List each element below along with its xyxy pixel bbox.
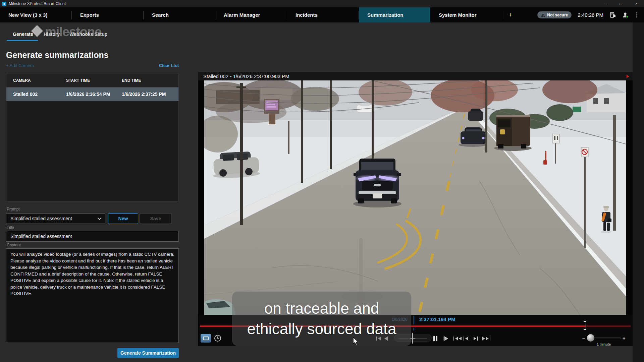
right-edge-strip — [633, 22, 644, 362]
user-profile-icon[interactable] — [622, 12, 629, 18]
selection-end-bracket-icon[interactable] — [584, 321, 586, 330]
tab-exports[interactable]: Exports — [72, 7, 143, 22]
previous-frame-button[interactable] — [464, 335, 468, 343]
warning-icon: ! — [541, 13, 545, 17]
table-row[interactable]: Stalled 002 1/6/2026 2:36:54 PM 1/6/2026… — [6, 87, 178, 101]
minimize-button[interactable]: – — [598, 0, 613, 7]
add-tab-button[interactable]: + — [502, 7, 519, 22]
window-title: Milestone XProtect Smart Client — [9, 1, 66, 6]
tab-alarm-manager[interactable]: Alarm Manager — [215, 7, 287, 22]
tab-search[interactable]: Search — [144, 7, 215, 22]
next-frame-button[interactable] — [474, 335, 478, 343]
subtab-generate[interactable]: Generate — [13, 32, 33, 37]
content-label: Content — [7, 243, 21, 247]
more-options-icon[interactable] — [635, 12, 639, 17]
timeline-playhead[interactable] — [414, 316, 414, 330]
active-subtab-underline — [7, 40, 38, 41]
stalled-suv — [353, 159, 401, 207]
time-select-icon[interactable] — [214, 335, 221, 342]
frame-icon — [203, 337, 209, 340]
video-title: Stalled 002 - 1/6/2026 2:37:00.903 PM — [203, 73, 289, 79]
window-titlebar: ◆ Milestone XProtect Smart Client – □ × — [0, 0, 644, 7]
milestone-app-icon: ◆ — [2, 2, 6, 6]
system-clock: 2:40:26 PM — [578, 12, 603, 18]
ups-truck — [494, 115, 532, 151]
tab-system-monitor[interactable]: System Monitor — [430, 7, 502, 22]
caption-line-1: on traceable and — [264, 298, 379, 319]
cell-camera: Stalled 002 — [6, 92, 59, 97]
navbar-right-group: ! Not secure 2:40:26 PM — [537, 7, 644, 22]
playback-mode-button[interactable] — [201, 334, 211, 343]
chevron-down-icon — [98, 216, 101, 220]
main-navbar: New View (3 x 3) Exports Search Alarm Ma… — [0, 7, 644, 22]
title-input[interactable] — [6, 231, 179, 242]
cell-start-time: 1/6/2026 2:36:54 PM — [59, 92, 115, 97]
page-title: Generate summarizations — [6, 50, 109, 60]
video-panel: Stalled 002 - 1/6/2026 2:37:00.903 PM — [198, 72, 633, 346]
video-tile[interactable]: on traceable and ethically sourced data — [198, 80, 633, 315]
tab-summarization[interactable]: Summarization — [359, 7, 430, 22]
recording-segment-dim — [586, 325, 631, 327]
prompt-label: Prompt — [7, 207, 20, 212]
next-sequence-button[interactable] — [482, 335, 490, 343]
play-forward-button[interactable] — [443, 335, 448, 343]
cell-end-time: 1/6/2026 2:37:25 PM — [115, 92, 178, 97]
timeline-zoom-knob[interactable] — [587, 334, 594, 342]
clear-list-link[interactable]: Clear List — [159, 63, 179, 68]
tab-new-view[interactable]: New View (3 x 3) — [0, 7, 71, 22]
content-textarea[interactable]: You will analyze video footage (or a ser… — [6, 248, 179, 343]
timeline-zoom-level: 1 minute — [584, 342, 624, 346]
tab-incidents[interactable]: Incidents — [287, 7, 359, 22]
camera-list-actions: + Add Camera Clear List — [6, 63, 179, 68]
prompt-select[interactable]: Simplified stalled assessment — [6, 213, 105, 224]
column-header-camera: CAMERA — [6, 78, 59, 83]
new-prompt-button[interactable]: New — [108, 213, 138, 224]
generate-summarization-button[interactable]: Generate Summarization — [117, 348, 179, 358]
column-header-start-time: START TIME — [59, 78, 115, 83]
add-camera-link[interactable]: + Add Camera — [6, 63, 34, 68]
caption-line-2: ethically sourced data — [247, 319, 396, 339]
maximize-button[interactable]: □ — [613, 0, 629, 7]
save-prompt-button[interactable]: Save — [140, 213, 171, 224]
timeline-current-time: 2:37:01.194 PM — [419, 316, 455, 322]
cctv-scene — [204, 80, 626, 315]
milestone-watermark-text: milestone — [45, 25, 101, 39]
title-label: Title — [7, 225, 14, 230]
report-lock-icon[interactable] — [609, 12, 616, 18]
camera-table: CAMERA START TIME END TIME Stalled 002 1… — [6, 73, 179, 202]
playback-indicator-icon — [627, 75, 629, 78]
not-secure-badge[interactable]: ! Not secure — [537, 11, 572, 18]
controls-divider — [471, 336, 471, 341]
mouse-cursor — [353, 337, 359, 346]
timeline-zoom-in-button[interactable]: + — [623, 335, 626, 341]
pause-button[interactable] — [433, 335, 437, 343]
camera-table-header: CAMERA START TIME END TIME — [6, 73, 178, 87]
previous-sequence-button[interactable] — [453, 335, 462, 343]
timeline-zoom-out-button[interactable]: − — [582, 335, 585, 341]
prompt-selected-value: Simplified stalled assessment — [10, 216, 72, 221]
column-header-end-time: END TIME — [115, 78, 178, 83]
window-controls: – □ × — [598, 0, 644, 7]
close-button[interactable]: × — [629, 0, 644, 7]
video-caption-overlay: on traceable and ethically sourced data — [232, 292, 411, 346]
video-titlebar: Stalled 002 - 1/6/2026 2:37:00.903 PM — [198, 72, 633, 80]
